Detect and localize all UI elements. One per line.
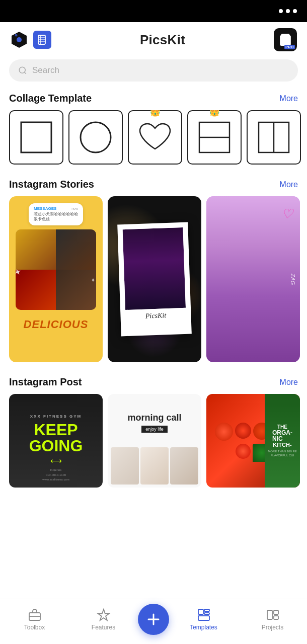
svg-rect-23 [204, 613, 209, 614]
features-label: Features [92, 624, 115, 631]
projects-label: Projects [262, 624, 283, 631]
logo-area [10, 31, 51, 49]
posts-scroll: XXX FITNESS GYM KEEPGOING ⟷ Inquiries 01… [0, 394, 307, 498]
status-bar [0, 0, 307, 22]
main-content: Search Collage Template More 👑 👑 [0, 59, 307, 548]
morning-photo-2 [140, 447, 169, 485]
crown-badge-split-h: 👑 [209, 110, 220, 117]
nav-projects[interactable]: Projects [238, 608, 307, 631]
svg-rect-22 [204, 609, 209, 611]
story-food-content: MESSAGES now 惹起小犬闹哈哈哈哈哈哈浪卡色丝 ✦ ✦ DELICIO… [9, 196, 103, 362]
collage-template-heart[interactable]: 👑 [128, 110, 182, 165]
post-section-title: Instagram Post [9, 376, 82, 388]
stories-more-button[interactable]: More [280, 180, 298, 189]
collage-scroll: 👑 👑 [0, 110, 307, 175]
svg-point-12 [81, 122, 111, 152]
collage-template-split-v[interactable] [247, 110, 301, 165]
svg-point-2 [15, 34, 18, 37]
post-more-button[interactable]: More [280, 378, 298, 387]
morning-call-subtitle: enjoy life [141, 426, 168, 433]
story-neon-content: ♡ ZAG [206, 196, 300, 362]
plus-icon [146, 612, 161, 627]
morning-photo-3 [170, 447, 198, 485]
projects-icon [266, 608, 280, 622]
collage-section-title: Collage Template [9, 93, 92, 104]
search-placeholder: Search [32, 65, 59, 75]
story-neon-overlay: ♡ [281, 206, 293, 222]
story-item-neon[interactable]: ♡ ZAG [206, 196, 300, 362]
svg-rect-24 [198, 616, 209, 620]
svg-point-9 [19, 67, 25, 73]
stories-section-title: Instagram Stories [9, 179, 94, 190]
morning-photo-1 [111, 447, 139, 485]
post-item-organic[interactable]: THE ORGA-NIC KITCH- MORE THAN 100 RE FLA… [206, 394, 300, 488]
nav-features[interactable]: Features [69, 608, 138, 631]
polaroid-frame: PicsKit [117, 222, 192, 337]
story-polaroid-content: PicsKit [108, 196, 201, 362]
stories-scroll: MESSAGES now 惹起小犬闹哈哈哈哈哈哈浪卡色丝 ✦ ✦ DELICIO… [0, 196, 307, 372]
story-food-image [16, 229, 96, 310]
organic-desc: MORE THAN 100 RE FLAVORFUL CUI [268, 450, 297, 458]
crown-badge-heart: 👑 [149, 110, 161, 117]
gym-footer: Inquiries 010-0010-1100 www.xxxfitness.c… [42, 468, 69, 482]
pro-bag-button[interactable]: PRO [274, 28, 297, 51]
story-message-bubble: MESSAGES now 惹起小犬闹哈哈哈哈哈哈浪卡色丝 [29, 203, 83, 225]
features-icon [97, 608, 111, 622]
collage-section-header: Collage Template More [0, 89, 307, 110]
morning-call-title: morning call [127, 413, 181, 424]
svg-line-10 [24, 72, 26, 73]
organic-text-overlay: THE ORGA-NIC KITCH- MORE THAN 100 RE FLA… [265, 394, 300, 488]
polaroid-photo [123, 227, 186, 310]
post-item-gym[interactable]: XXX FITNESS GYM KEEPGOING ⟷ Inquiries 01… [9, 394, 103, 488]
templates-label: Templates [190, 624, 217, 631]
svg-rect-26 [274, 610, 278, 614]
search-icon [18, 66, 27, 75]
app-title: PicsKit [140, 32, 185, 48]
collage-template-square[interactable] [9, 110, 63, 165]
templates-icon [197, 608, 211, 622]
organic-title: ORGA-NIC [272, 430, 292, 442]
post-item-morning-call[interactable]: morning call enjoy life [108, 394, 201, 488]
book-logo-icon [33, 31, 51, 49]
nav-toolbox[interactable]: Toolbox [0, 608, 69, 631]
collage-template-split-h[interactable]: 👑 [187, 110, 242, 165]
gym-icon: ⟷ [50, 456, 62, 465]
toolbox-icon [28, 608, 42, 622]
svg-point-1 [17, 37, 22, 42]
toolbox-label: Toolbox [24, 624, 45, 631]
story-item-polaroid[interactable]: PicsKit [108, 196, 201, 362]
story-food-label: DELICIOUS [24, 318, 89, 331]
search-bar[interactable]: Search [9, 59, 298, 82]
collage-more-button[interactable]: More [280, 94, 298, 103]
polaroid-caption: PicsKit [125, 308, 186, 321]
organic-kitchen: KITCH- [273, 442, 291, 448]
collage-template-circle[interactable] [68, 110, 123, 165]
bottom-navigation: Toolbox Features Templates Projects [0, 599, 307, 644]
story-item-food[interactable]: MESSAGES now 惹起小犬闹哈哈哈哈哈哈浪卡色丝 ✦ ✦ DELICIO… [9, 196, 103, 362]
pro-badge: PRO [284, 45, 295, 49]
gym-name: XXX FITNESS GYM [30, 414, 82, 419]
nav-templates[interactable]: Templates [169, 608, 238, 631]
svg-rect-11 [21, 122, 51, 152]
morning-call-photos [108, 447, 201, 488]
hex-logo-icon [10, 31, 28, 49]
status-icons [279, 9, 297, 13]
header: PicsKit PRO [0, 22, 307, 57]
post-section-header: Instagram Post More [0, 372, 307, 394]
stories-section-header: Instagram Stories More [0, 175, 307, 196]
create-button[interactable] [138, 604, 169, 635]
svg-rect-27 [274, 616, 278, 619]
morning-call-top: morning call enjoy life [108, 394, 201, 447]
gym-main-text: KEEPGOING [29, 422, 83, 454]
svg-rect-21 [198, 609, 203, 614]
svg-rect-25 [267, 610, 272, 619]
